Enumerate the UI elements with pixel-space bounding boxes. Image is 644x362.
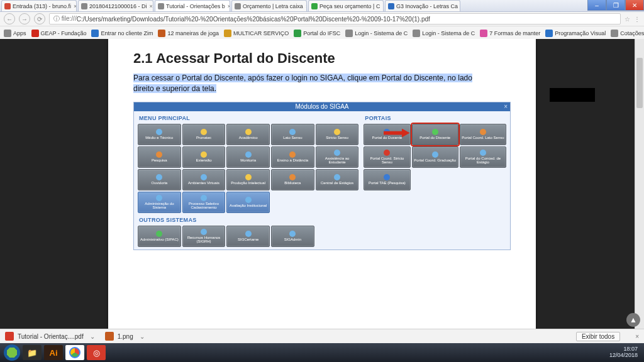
module-tile[interactable]: Ambientes Virtuais [182,169,226,190]
browser-tab[interactable]: G3 Inovação - Letras Ca× [385,0,460,11]
outros-tile[interactable]: SIGCertame [226,226,270,247]
module-tile[interactable]: Médio e Técnico [138,124,181,145]
browser-tab[interactable]: Entrada (313) - bruno.fi× [1,0,77,11]
nav-back-button[interactable]: ← [4,13,15,25]
browser-tab[interactable]: 201804121000016 - Di× [78,0,153,11]
show-all-downloads-button[interactable]: Exibir todos [576,332,620,341]
outros-tile[interactable]: Recursos Humanos (SIGRH) [182,226,226,247]
portal-icon [384,174,390,180]
module-label: Administração do Sistema [139,202,180,210]
minimize-button[interactable]: – [587,0,606,11]
menu-icon[interactable]: ⋮ [634,16,640,23]
module-tile[interactable]: Monitoria [226,146,270,168]
module-tile[interactable]: Pesquisa [138,146,181,168]
tab-close-icon[interactable]: × [74,3,77,9]
bookmark-label: Login - Sistema de C [422,30,475,36]
maximize-button[interactable]: ❐ [606,0,625,11]
module-tile[interactable]: Ensino a Distância [271,146,314,168]
outros-sistemas-grid: Administrativo (SIPAC)Recursos Humanos (… [138,226,358,247]
module-tile[interactable]: Ouvidoria [138,169,181,190]
scrollbar-thumb[interactable] [636,58,643,108]
portal-icon [480,150,486,156]
outros-tile[interactable]: SIGAdmin [271,226,314,247]
download-chevron-icon[interactable]: ⌄ [140,333,145,340]
taskbar-explorer-icon[interactable]: 📁 [23,345,42,360]
browser-tab[interactable]: Orçamento | Letra caixa× [231,0,307,11]
bookmark-star-icon[interactable]: ☆ [625,16,630,23]
taskbar-app-icon[interactable]: ◎ [87,345,106,360]
close-shelf-button[interactable]: × [635,333,639,340]
portal-discente-tile[interactable]: Portal do Discente [412,124,458,145]
module-tile[interactable]: Pronatec [182,124,226,145]
tab-favicon [81,3,87,9]
menu-principal-column: Menu Principal Médio e TécnicoPronatecAc… [138,114,358,247]
portal-tile[interactable]: Portal Coord. Lato Sensu [460,124,506,145]
system-tray[interactable]: 18:07 12/04/2018 [609,346,640,359]
tab-close-icon[interactable]: × [228,3,230,9]
download-chevron-icon[interactable]: ⌄ [90,333,95,340]
browser-tab[interactable]: Tutorial - Orientações b× [155,0,230,11]
module-tile[interactable]: Extensão [182,146,226,168]
outros-tile[interactable]: Administrativo (SIPAC) [138,226,181,247]
portal-icon [432,151,438,158]
module-tile[interactable]: Acadêmico [226,124,270,145]
portal-tile[interactable]: Portal TAE (Pesquisa) [364,169,410,190]
module-tile[interactable]: Avaliação Institucional [226,192,270,213]
bookmark-item[interactable]: Cotações - Licitaçõe [611,30,644,37]
viewer-scrollbar[interactable] [635,39,644,337]
download-item[interactable]: Tutorial - Orientaç....pdf⌄ [5,332,95,341]
bookmark-item[interactable]: Programação Visual [545,30,606,37]
module-tile[interactable]: Assistência ao Estudante [316,146,359,168]
bookmark-item[interactable]: Entrar no cliente Zim [91,30,153,37]
taskbar-illustrator-icon[interactable]: Ai [44,345,63,360]
portal-tile[interactable]: Portal Coord. Stricto Sensu [364,146,410,168]
clock-date: 12/04/2018 [609,353,638,359]
browser-tab[interactable]: Peça seu orçamento | C× [308,0,384,11]
tab-close-icon[interactable]: × [382,3,384,9]
outros-label: SIGAdmin [284,238,301,241]
tab-close-icon[interactable]: × [150,3,153,9]
module-tile[interactable]: Lato Sensu [271,124,314,145]
url-input[interactable]: ⓘ file:/// C:/Users/marketing/Downloads/… [49,13,621,25]
module-label: Assistência ao Estudante [317,156,358,165]
bookmark-item[interactable]: GEAP - Fundação [31,30,87,37]
tab-favicon [4,3,11,9]
module-tile[interactable]: Central de Estágios [316,169,359,190]
bookmark-item[interactable]: Portal do IFSC [294,30,340,37]
module-tile[interactable]: Produção Intelectual [226,169,270,190]
bookmark-item[interactable]: Login - Sistema de C [413,30,475,37]
tab-title: Orçamento | Letra caixa [243,3,303,9]
module-tile[interactable]: Administração do Sistema [138,192,181,213]
bookmark-item[interactable]: MULTICAR SERVIÇO [224,30,289,37]
module-tile[interactable]: Processo Seletivo Cadastramento [182,192,226,213]
bookmark-item[interactable]: 12 maneiras de joga [158,30,219,37]
window-close-button[interactable]: ✕ [625,0,644,11]
bookmark-item[interactable]: 7 Formas de manter [480,30,540,37]
bookmark-item[interactable]: Apps [4,30,26,37]
bookmark-item[interactable]: Login - Sistema de C [345,30,408,37]
module-icon [245,151,252,158]
taskbar-chrome-icon[interactable] [65,345,84,360]
portal-icon [384,150,390,156]
dialog-close-icon[interactable]: × [504,103,508,110]
scroll-to-top-button[interactable]: ▲ [626,313,640,327]
portal-tile[interactable]: Portal Coord. Graduação [412,146,458,168]
module-label: Ouvidoria [151,181,167,185]
section-heading: 2.1 Acessar Portal do Discente [133,50,511,67]
download-item[interactable]: 1.png⌄ [105,332,145,341]
start-button[interactable] [4,344,20,361]
bookmark-label: 12 maneiras de joga [167,30,219,36]
module-icon [201,151,207,158]
module-icon [201,174,207,180]
bookmark-favicon [31,30,39,37]
tab-close-icon[interactable]: × [306,3,307,9]
url-scheme: ⓘ file:/// [53,14,77,23]
nav-reload-button[interactable]: ⟳ [34,13,45,25]
module-label: Central de Estágios [321,181,353,185]
nav-forward-button[interactable]: → [19,13,30,25]
module-tile[interactable]: Stricto Sensu [316,124,359,145]
portal-tile[interactable]: Portal do Conced. de Estágio [460,146,506,168]
module-label: Processo Seletivo Cadastramento [184,202,225,210]
module-icon [156,129,162,135]
module-tile[interactable]: Biblioteca [271,169,314,190]
